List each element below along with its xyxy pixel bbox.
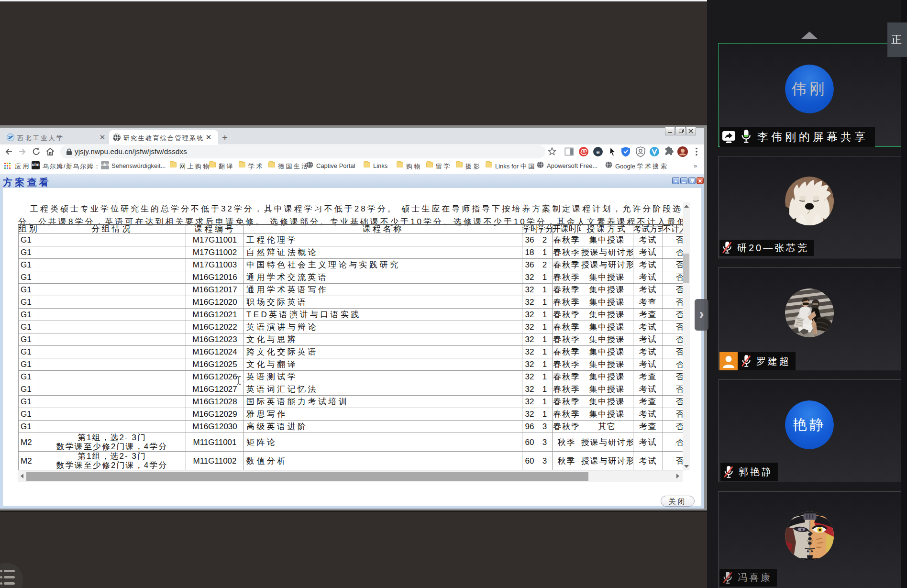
svg-text:e: e (596, 148, 599, 155)
